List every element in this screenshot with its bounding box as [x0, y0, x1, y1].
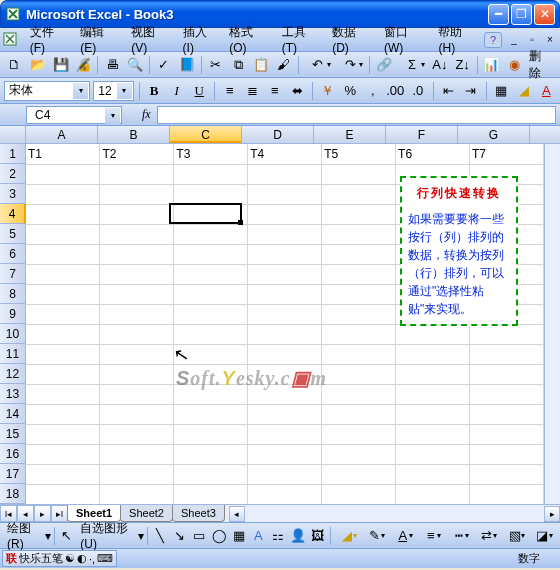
- cell[interactable]: [174, 484, 248, 504]
- row-header[interactable]: 9: [0, 304, 26, 324]
- cut-icon[interactable]: ✂: [205, 54, 227, 76]
- cell[interactable]: [100, 444, 174, 464]
- row-header[interactable]: 12: [0, 364, 26, 384]
- undo-button[interactable]: ↶: [302, 54, 334, 76]
- cell[interactable]: [100, 384, 174, 404]
- cell[interactable]: [248, 404, 322, 424]
- research-icon[interactable]: 📘: [176, 54, 198, 76]
- currency-button[interactable]: ￥: [318, 80, 338, 102]
- save-icon[interactable]: 💾: [50, 54, 72, 76]
- cell[interactable]: [322, 344, 396, 364]
- font-size-select[interactable]: 12 ▾: [93, 81, 133, 101]
- permission-icon[interactable]: 🔏: [72, 54, 94, 76]
- increase-indent-button[interactable]: ⇥: [461, 80, 481, 102]
- align-right-button[interactable]: ≡: [265, 80, 285, 102]
- merge-center-button[interactable]: ⬌: [288, 80, 308, 102]
- align-left-button[interactable]: ≡: [220, 80, 240, 102]
- cell[interactable]: [322, 324, 396, 344]
- cell[interactable]: [248, 304, 322, 324]
- cell[interactable]: T3: [174, 144, 248, 164]
- menu-data[interactable]: 数据(D): [326, 22, 378, 57]
- cell[interactable]: [248, 164, 322, 184]
- minimize-button[interactable]: ━: [488, 4, 509, 25]
- cell[interactable]: [322, 424, 396, 444]
- select-objects-icon[interactable]: ↖: [58, 525, 77, 547]
- cell[interactable]: [26, 304, 100, 324]
- mdi-close[interactable]: ×: [542, 33, 558, 47]
- cell[interactable]: [396, 384, 470, 404]
- cell[interactable]: [26, 244, 100, 264]
- cell[interactable]: [470, 324, 544, 344]
- row-header[interactable]: 14: [0, 404, 26, 424]
- cell[interactable]: [26, 324, 100, 344]
- fx-label[interactable]: fx: [142, 107, 151, 122]
- draw-menu[interactable]: 绘图(R): [4, 520, 44, 551]
- row-header[interactable]: 2: [0, 164, 26, 184]
- cell[interactable]: [248, 384, 322, 404]
- formula-input[interactable]: [157, 106, 556, 124]
- cell[interactable]: [396, 324, 470, 344]
- menu-view[interactable]: 视图(V): [125, 22, 176, 57]
- cell[interactable]: [322, 264, 396, 284]
- cell[interactable]: [100, 224, 174, 244]
- cell[interactable]: [26, 484, 100, 504]
- cell[interactable]: [322, 404, 396, 424]
- cell[interactable]: [174, 384, 248, 404]
- cell[interactable]: T1: [26, 144, 100, 164]
- redo-button[interactable]: ↷: [335, 54, 367, 76]
- col-header[interactable]: A: [26, 126, 98, 143]
- autoshapes-menu[interactable]: 自选图形(U): [77, 520, 137, 551]
- cell[interactable]: [26, 284, 100, 304]
- cell[interactable]: [26, 264, 100, 284]
- cell[interactable]: [322, 364, 396, 384]
- cell[interactable]: [100, 344, 174, 364]
- cell[interactable]: [248, 324, 322, 344]
- italic-button[interactable]: I: [167, 80, 187, 102]
- cell[interactable]: T5: [322, 144, 396, 164]
- cell[interactable]: [322, 444, 396, 464]
- tab-last-button[interactable]: ▸I: [51, 505, 68, 522]
- row-header[interactable]: 1: [0, 144, 26, 164]
- oval-icon[interactable]: ◯: [210, 525, 229, 547]
- cell[interactable]: [322, 284, 396, 304]
- diagram-icon[interactable]: ⚏: [269, 525, 288, 547]
- cell[interactable]: [322, 164, 396, 184]
- cell[interactable]: [322, 204, 396, 224]
- cell[interactable]: [100, 244, 174, 264]
- 3d-icon[interactable]: ◪: [529, 525, 556, 547]
- cell[interactable]: [248, 204, 322, 224]
- cell[interactable]: [322, 224, 396, 244]
- cell[interactable]: [248, 284, 322, 304]
- percent-button[interactable]: %: [340, 80, 360, 102]
- close-button[interactable]: ✕: [534, 4, 555, 25]
- font-color-icon[interactable]: A: [389, 525, 416, 547]
- spelling-icon[interactable]: ✓: [153, 54, 175, 76]
- align-center-button[interactable]: ≣: [242, 80, 262, 102]
- cell[interactable]: [174, 304, 248, 324]
- row-header[interactable]: 17: [0, 464, 26, 484]
- cell[interactable]: [174, 224, 248, 244]
- cell[interactable]: [100, 484, 174, 504]
- menu-tools[interactable]: 工具(T): [276, 22, 327, 57]
- cell[interactable]: [26, 164, 100, 184]
- horizontal-scrollbar[interactable]: ◂▸: [229, 505, 560, 522]
- cell[interactable]: [470, 404, 544, 424]
- cell[interactable]: [322, 304, 396, 324]
- borders-button[interactable]: ▦: [491, 80, 511, 102]
- cell[interactable]: [470, 424, 544, 444]
- font-name-select[interactable]: 宋体 ▾: [4, 81, 90, 101]
- sheet-tab[interactable]: Sheet3: [172, 505, 225, 522]
- cell[interactable]: [174, 264, 248, 284]
- col-header[interactable]: E: [314, 126, 386, 143]
- cell[interactable]: [174, 204, 248, 224]
- underline-button[interactable]: U: [189, 80, 209, 102]
- sort-desc-icon[interactable]: Z↓: [452, 54, 474, 76]
- row-header[interactable]: 10: [0, 324, 26, 344]
- cell[interactable]: [396, 484, 470, 504]
- font-color-button[interactable]: A: [536, 80, 556, 102]
- col-header[interactable]: G: [458, 126, 530, 143]
- help-question-button[interactable]: ?: [484, 32, 502, 48]
- row-header[interactable]: 3: [0, 184, 26, 204]
- row-header[interactable]: 4: [0, 204, 26, 224]
- bold-button[interactable]: B: [144, 80, 164, 102]
